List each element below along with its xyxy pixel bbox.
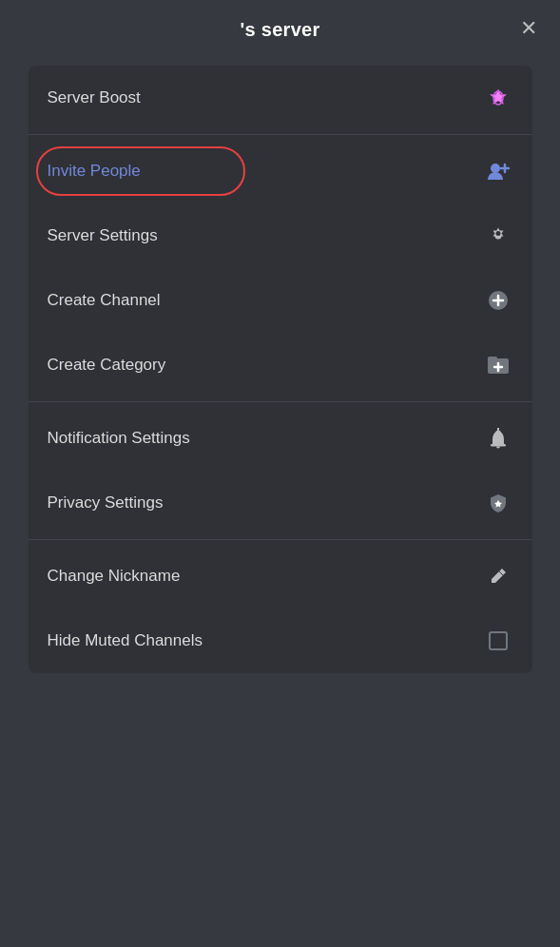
menu-item-create-category[interactable]: Create Category (29, 333, 532, 397)
menu-item-create-channel[interactable]: Create Channel (29, 268, 532, 333)
notification-settings-label: Notification Settings (48, 429, 190, 448)
divider-2 (29, 401, 532, 402)
settings-icon (483, 221, 513, 251)
privacy-settings-label: Privacy Settings (48, 493, 164, 512)
server-boost-label: Server Boost (48, 88, 141, 107)
create-channel-label: Create Channel (48, 291, 161, 310)
server-settings-label: Server Settings (48, 226, 158, 245)
modal-overlay: 's server ✕ Server Boost Invite People (0, 0, 560, 947)
svg-rect-13 (491, 444, 506, 447)
svg-point-5 (495, 231, 500, 236)
menu-item-server-boost[interactable]: Server Boost (29, 66, 532, 130)
invite-people-label: Invite People (48, 162, 141, 181)
divider-1 (29, 134, 532, 135)
bell-icon (483, 423, 513, 454)
hide-muted-channels-label: Hide Muted Channels (48, 631, 203, 650)
menu-item-notification-settings[interactable]: Notification Settings (29, 406, 532, 471)
create-category-label: Create Category (48, 356, 166, 375)
shield-icon (483, 488, 513, 518)
menu-item-invite-people[interactable]: Invite People (29, 139, 532, 203)
checkbox-icon (483, 626, 513, 656)
menu-container: Server Boost Invite People (29, 66, 532, 673)
menu-item-change-nickname[interactable]: Change Nickname (29, 544, 532, 609)
add-circle-icon (483, 285, 513, 316)
menu-item-server-settings[interactable]: Server Settings (29, 203, 532, 268)
modal-title: 's server (240, 19, 319, 41)
invite-icon (483, 156, 513, 186)
menu-item-privacy-settings[interactable]: Privacy Settings (29, 471, 532, 535)
folder-add-icon (483, 350, 513, 380)
modal-header: 's server ✕ (0, 0, 560, 56)
pencil-icon (483, 561, 513, 591)
boost-icon (483, 83, 513, 113)
change-nickname-label: Change Nickname (48, 567, 181, 586)
divider-3 (29, 539, 532, 540)
svg-point-1 (491, 164, 500, 173)
close-button[interactable]: ✕ (516, 14, 541, 43)
svg-rect-10 (488, 357, 497, 361)
menu-item-hide-muted-channels[interactable]: Hide Muted Channels (29, 609, 532, 673)
